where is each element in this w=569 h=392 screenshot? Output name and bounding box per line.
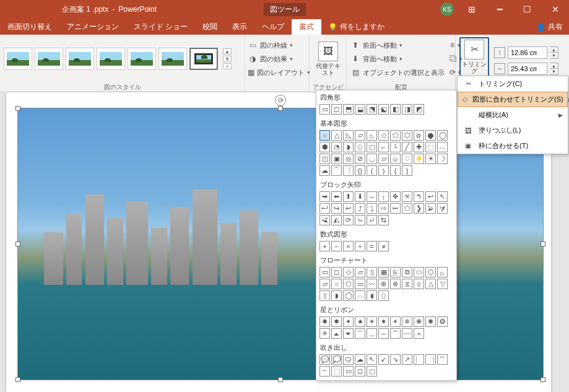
shape-lightning[interactable]: ⚡ bbox=[414, 154, 424, 164]
tab-format[interactable]: 書式 bbox=[292, 19, 321, 35]
resize-handle-e[interactable] bbox=[541, 242, 545, 246]
shape-star24[interactable]: ❂ bbox=[437, 316, 448, 327]
shape-fc-manual-input[interactable]: ⏢ bbox=[437, 267, 448, 277]
tell-me-search[interactable]: 💡 何をしますか bbox=[321, 19, 391, 35]
rotate-handle[interactable]: ⟳ bbox=[275, 95, 286, 106]
shape-l-shape[interactable]: └ bbox=[390, 142, 401, 152]
shape-fc-or[interactable]: ⊗ bbox=[390, 279, 401, 289]
shape-arrow-curved-right[interactable]: ↪ bbox=[331, 203, 342, 214]
shape-pie[interactable]: ◔ bbox=[331, 142, 342, 152]
shape-arrow-rightcallout[interactable]: ⮚ bbox=[425, 203, 436, 214]
shape-fc-multidoc[interactable]: ⧉ bbox=[402, 267, 412, 277]
style-option-1[interactable] bbox=[4, 48, 32, 70]
shape-fc-manual-op[interactable]: ⏥ bbox=[319, 279, 330, 289]
shape-fc-junction[interactable]: ⊕ bbox=[378, 279, 389, 289]
shape-fc-alt-process[interactable]: ◻ bbox=[331, 267, 342, 277]
menu-item-crop[interactable]: ✂ トリミング(C) bbox=[458, 76, 568, 92]
shape-ribbon-down[interactable]: ⏷ bbox=[343, 328, 354, 339]
shape-oval[interactable]: ○ bbox=[319, 130, 330, 141]
menu-item-aspect-ratio[interactable]: 縦横比(A) ▶ bbox=[458, 107, 568, 123]
shape-teardrop[interactable]: ⬯ bbox=[355, 142, 365, 152]
shape-fc-delay[interactable]: ◗ bbox=[331, 290, 342, 301]
shape-donut[interactable]: ◎ bbox=[343, 154, 354, 164]
selection-pane-button[interactable]: ▤ オブジェクトの選択と表示 bbox=[350, 66, 445, 79]
shape-rectangle[interactable]: ▭ bbox=[319, 104, 330, 115]
minimize-button[interactable]: ━ bbox=[485, 0, 513, 19]
tab-animation[interactable]: アニメーション bbox=[59, 19, 126, 35]
shape-right-bracket[interactable]: ) bbox=[378, 165, 389, 176]
shape-folded-corner[interactable]: ▱ bbox=[378, 154, 389, 164]
shape-fc-document[interactable]: ⎘ bbox=[390, 267, 401, 277]
shape-star32[interactable]: ✳ bbox=[319, 328, 330, 339]
shape-arc[interactable]: ⌒ bbox=[331, 165, 342, 176]
shape-arrow-curved-down[interactable]: ⤵ bbox=[367, 203, 377, 214]
shape-fc-card[interactable]: ▭ bbox=[355, 279, 365, 289]
shape-arrow-bent[interactable]: ↰ bbox=[414, 191, 424, 202]
shape-frame[interactable]: ▢ bbox=[367, 142, 377, 152]
shape-fc-process[interactable]: ▭ bbox=[319, 267, 330, 277]
picture-border-button[interactable]: ▭ 図の枠線▾ bbox=[248, 39, 306, 51]
resize-handle-nw[interactable] bbox=[15, 106, 20, 111]
shape-explosion1[interactable]: ✸ bbox=[319, 316, 330, 327]
picture-style-gallery[interactable] bbox=[4, 48, 218, 70]
shape-star5[interactable]: ★ bbox=[355, 316, 365, 327]
shape-callout-accent1[interactable]: ⎸ bbox=[414, 354, 424, 365]
shape-cross[interactable]: ✚ bbox=[414, 142, 424, 152]
shape-hexagon[interactable]: ⬡ bbox=[402, 130, 412, 141]
style-option-2[interactable] bbox=[35, 48, 63, 70]
shape-fc-internal[interactable]: ▦ bbox=[378, 267, 389, 277]
height-field[interactable] bbox=[508, 46, 547, 59]
menu-item-fit[interactable]: ▣ 枠に合わせる(T) bbox=[458, 138, 568, 154]
tab-help[interactable]: ヘルプ bbox=[254, 19, 292, 35]
shape-fc-seq-storage[interactable]: ◯ bbox=[343, 290, 354, 301]
menu-item-crop-to-shape[interactable]: ◇ 図形に合わせてトリミング(S) ▶ bbox=[458, 92, 568, 107]
shape-star12[interactable]: ❋ bbox=[414, 316, 424, 327]
shape-wave[interactable]: 〰 bbox=[402, 328, 412, 339]
shape-fc-mag-disk[interactable]: ⌓ bbox=[355, 290, 365, 301]
bring-forward-button[interactable]: ⬆ 前面へ移動▾ bbox=[350, 39, 445, 51]
shape-fc-offpage[interactable]: ⬠ bbox=[343, 279, 354, 289]
shape-callout-border3[interactable]: ◻ bbox=[355, 366, 365, 377]
resize-handle-n[interactable] bbox=[278, 106, 283, 111]
share-button[interactable]: 👤 共有 bbox=[530, 19, 569, 35]
shape-arrow-left[interactable]: ⬅ bbox=[331, 191, 342, 202]
shape-star7[interactable]: ✷ bbox=[378, 316, 389, 327]
shape-octagon[interactable]: ⯃ bbox=[425, 130, 436, 141]
shape-vert-scroll[interactable]: ⎼ bbox=[378, 328, 389, 339]
resize-handle-w[interactable] bbox=[15, 242, 20, 246]
shape-fc-extract[interactable]: △ bbox=[425, 279, 436, 289]
shape-plaque[interactable]: ⬚ bbox=[425, 142, 436, 152]
shape-arrow-notched[interactable]: ⤠ bbox=[390, 203, 401, 214]
shape-plus[interactable]: + bbox=[319, 241, 330, 251]
shape-fc-prep[interactable]: ⬡ bbox=[425, 267, 436, 277]
shape-round-rect-3[interactable]: ◨ bbox=[402, 104, 412, 115]
shape-parallelogram[interactable]: ▱ bbox=[355, 130, 365, 141]
shape-arrow-more2[interactable]: ⤾ bbox=[367, 215, 377, 225]
resize-handle-se[interactable] bbox=[541, 377, 545, 382]
shape-cloud[interactable]: ☁ bbox=[319, 165, 330, 176]
shape-star8[interactable]: ✴ bbox=[390, 316, 401, 327]
shape-arrow-leftrightup[interactable]: ⤧ bbox=[402, 191, 412, 202]
resize-handle-s[interactable] bbox=[278, 377, 283, 382]
shape-dodecagon[interactable]: ⬢ bbox=[319, 142, 330, 152]
shape-round-rect-2[interactable]: ◧ bbox=[390, 104, 401, 115]
shape-ribbon-curved-down[interactable]: ⎵ bbox=[367, 328, 377, 339]
shape-arrow-upcallout[interactable]: ⮙ bbox=[331, 215, 342, 225]
shape-callout-round[interactable]: 💭 bbox=[331, 354, 342, 365]
shape-rounded-rect[interactable]: ◻ bbox=[331, 104, 342, 115]
shape-left-brace[interactable]: { bbox=[390, 165, 401, 176]
shape-ribbon-curved-up[interactable]: ⎴ bbox=[355, 328, 365, 339]
style-option-7[interactable] bbox=[189, 48, 218, 70]
shape-fc-data[interactable]: ▱ bbox=[355, 267, 365, 277]
shape-arrow-bentup[interactable]: ⮠ bbox=[319, 203, 330, 214]
shape-callout-border4[interactable]: ▢ bbox=[367, 366, 377, 377]
shape-arrow-more1[interactable]: ⤿ bbox=[355, 215, 365, 225]
picture-effects-button[interactable]: ◑ 図の効果▾ bbox=[248, 53, 306, 65]
shape-snip-rect-1[interactable]: ⬒ bbox=[343, 104, 354, 115]
shape-ribbon-up[interactable]: ⏶ bbox=[331, 328, 342, 339]
height-spinner[interactable]: ▲▼ bbox=[550, 46, 558, 59]
shape-fc-merge[interactable]: ▽ bbox=[437, 279, 448, 289]
shape-callout-rect[interactable]: 💬 bbox=[319, 354, 330, 365]
shape-chord[interactable]: ◗ bbox=[343, 142, 354, 152]
shape-callout-oval[interactable]: 🗨 bbox=[343, 354, 354, 365]
